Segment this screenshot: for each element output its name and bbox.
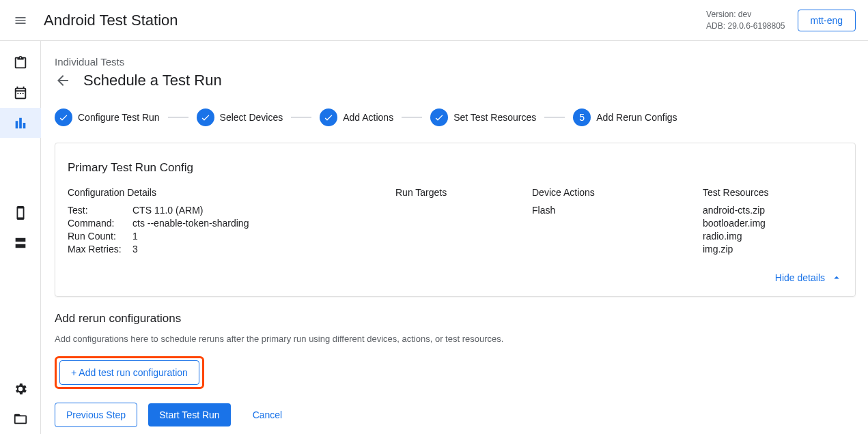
start-test-run-button[interactable]: Start Test Run (148, 403, 230, 426)
step-label: Add Rerun Configs (596, 112, 677, 123)
step-label: Configure Test Run (78, 112, 160, 123)
cancel-button[interactable]: Cancel (242, 403, 294, 426)
sidebar-item-hosts[interactable] (0, 228, 41, 258)
add-test-run-config-button[interactable]: + Add test run configuration (59, 360, 199, 385)
kv-val: 1 (132, 231, 138, 242)
step-set-test-resources[interactable]: Set Test Resources (430, 108, 536, 126)
step-select-devices[interactable]: Select Devices (197, 108, 283, 126)
kv-val: cts --enable-token-sharding (132, 218, 249, 229)
phone-icon (13, 205, 28, 220)
list-item: Flash (532, 205, 689, 216)
version-line2: ADB: 29.0.6-6198805 (706, 20, 785, 32)
step-configure-test-run[interactable]: Configure Test Run (55, 108, 160, 126)
clipboard-icon (13, 55, 28, 70)
header-right: Version: dev ADB: 29.0.6-6198805 mtt-eng (706, 9, 856, 32)
list-item: bootloader.img (703, 218, 843, 229)
step-add-actions[interactable]: Add Actions (320, 108, 393, 126)
step-label: Select Devices (220, 112, 283, 123)
kv-key: Run Count: (68, 231, 132, 242)
step-connector (544, 117, 565, 118)
bar-chart-icon (13, 115, 28, 130)
step-label: Set Test Resources (453, 112, 536, 123)
arrow-left-icon (55, 72, 71, 89)
version-info: Version: dev ADB: 29.0.6-6198805 (706, 9, 785, 32)
hide-details-toggle[interactable]: Hide details (68, 272, 843, 284)
col-targets: Run Targets (395, 187, 518, 257)
main-content: Individual Tests Schedule a Test Run Con… (41, 41, 868, 434)
sidebar-item-schedules[interactable] (0, 78, 41, 108)
col-resources: Test Resources android-cts.zip bootloade… (703, 187, 843, 257)
sidebar-item-folder[interactable] (0, 404, 41, 434)
targets-head: Run Targets (395, 187, 518, 198)
step-connector (291, 117, 311, 118)
kv-key: Max Retries: (68, 244, 132, 255)
previous-step-button[interactable]: Previous Step (55, 403, 137, 427)
kv-key: Command: (68, 218, 132, 229)
check-icon (197, 108, 214, 126)
menu-button[interactable] (12, 12, 29, 29)
rerun-section-desc: Add configurations here to schedule reru… (55, 334, 856, 344)
resources-head: Test Resources (703, 187, 843, 198)
card-title: Primary Test Run Config (68, 161, 843, 175)
list-item: img.zip (703, 244, 843, 255)
user-chip[interactable]: mtt-eng (798, 10, 856, 31)
action-row: Previous Step Start Test Run Cancel (55, 403, 856, 427)
folder-icon (13, 411, 28, 426)
config-head: Configuration Details (68, 187, 382, 198)
actions-head: Device Actions (532, 187, 689, 198)
server-icon (13, 235, 28, 250)
calendar-icon (13, 85, 28, 100)
hide-details-label: Hide details (775, 272, 825, 283)
list-item: android-cts.zip (703, 205, 843, 216)
check-icon (55, 108, 72, 126)
menu-icon (14, 14, 27, 27)
step-connector (402, 117, 422, 118)
app-title: Android Test Station (44, 12, 178, 29)
kv-val: CTS 11.0 (ARM) (132, 205, 203, 216)
check-icon (430, 108, 448, 126)
check-icon (320, 108, 337, 126)
sidebar-item-devices[interactable] (0, 198, 41, 228)
app-header: Android Test Station Version: dev ADB: 2… (0, 0, 868, 41)
back-button[interactable] (55, 72, 71, 89)
rerun-section-title: Add rerun configurations (55, 312, 856, 326)
col-config: Configuration Details Test:CTS 11.0 (ARM… (68, 187, 382, 257)
sidebar (0, 41, 41, 434)
kv-val: 3 (132, 244, 138, 255)
page-title: Schedule a Test Run (83, 72, 222, 89)
highlight-annotation: + Add test run configuration (55, 356, 204, 389)
stepper: Configure Test Run Select Devices Add Ac… (55, 108, 856, 126)
list-item: radio.img (703, 231, 843, 242)
kv-key: Test: (68, 205, 132, 216)
col-actions: Device Actions Flash (532, 187, 689, 257)
step-add-rerun-configs[interactable]: 5 Add Rerun Configs (573, 108, 677, 126)
step-number-icon: 5 (573, 108, 591, 126)
version-line1: Version: dev (706, 9, 785, 20)
chevron-up-icon (830, 272, 843, 284)
step-connector (168, 117, 188, 118)
sidebar-item-tests[interactable] (0, 48, 41, 78)
page-title-row: Schedule a Test Run (55, 72, 856, 89)
gear-icon (13, 381, 28, 396)
step-label: Add Actions (343, 112, 393, 123)
primary-config-card: Primary Test Run Config Configuration De… (55, 143, 856, 297)
breadcrumb: Individual Tests (55, 56, 856, 68)
sidebar-item-results[interactable] (0, 108, 41, 138)
sidebar-item-settings[interactable] (0, 374, 41, 404)
